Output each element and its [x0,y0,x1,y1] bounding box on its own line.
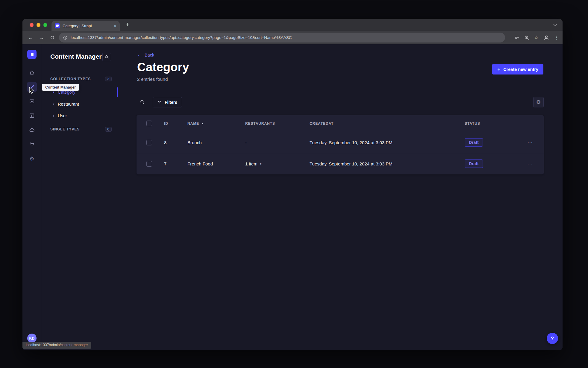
zoom-search-icon[interactable] [524,35,530,40]
tab-strip: Category | Strapi × + [22,19,563,31]
url-text: localhost:1337/admin/content-manager/col… [71,35,292,40]
status-badge: Draft [465,159,483,168]
browser-menu-kebab-icon[interactable]: ⋮ [554,35,559,40]
entries-count-text: 2 entries found [137,77,168,82]
sidebar-search-button[interactable] [102,53,111,61]
filter-funnel-icon [157,100,162,104]
status-badge: Draft [465,138,483,147]
view-settings-button[interactable]: ⚙ [533,97,544,107]
browser-toolbar: ← → localhost:1337/admin/content-manager… [22,31,563,44]
link-status-bubble: localhost:1337/admin/content-manager [22,342,91,349]
cell-id: 8 [164,140,187,145]
desktop-background: Category | Strapi × + ← → localhost:1337… [0,0,588,368]
header-name[interactable]: NAME ▲ [187,121,245,126]
tab-close-icon[interactable]: × [114,24,116,28]
active-item-indicator [117,87,118,97]
cell-id: 7 [164,161,187,166]
site-info-icon[interactable] [63,35,68,40]
entries-table: ID NAME ▲ RESTAURANTS CREATEDAT STATUS 8 [137,115,544,174]
reload-button[interactable] [48,31,57,44]
page-title: Category [137,60,189,74]
header-status[interactable]: STATUS [465,121,517,126]
header-createdat[interactable]: CREATEDAT [310,121,465,126]
single-types-section: SINGLE TYPES 0 [50,126,112,132]
select-all-checkbox[interactable] [146,121,152,126]
bookmark-star-icon[interactable]: ☆ [534,35,539,40]
plus-icon: + [497,67,500,72]
single-types-count-badge: 0 [105,127,112,132]
cell-restaurants[interactable]: 1 item ▾ [245,161,310,166]
address-bar[interactable]: localhost:1337/admin/content-manager/col… [59,33,505,42]
new-tab-button[interactable]: + [126,21,129,27]
cell-restaurants: - [245,140,310,145]
strapi-admin-app: ⚙ KD Content Manager COLLECTION TYPES 3 … [22,44,563,350]
cell-name: French Food [187,161,245,166]
strapi-favicon-icon [55,23,60,28]
header-restaurants[interactable]: RESTAURANTS [245,121,310,126]
profile-avatar-icon[interactable] [543,34,550,41]
rail-marketplace-cart-icon[interactable] [27,139,37,149]
bullet-icon [53,115,54,117]
header-id[interactable]: ID [164,121,187,126]
create-new-entry-button[interactable]: + Create new entry [492,64,543,74]
window-controls [30,23,47,27]
strapi-logo[interactable] [27,50,37,59]
sidebar-title: Content Manager [50,53,102,60]
restaurants-count-label: 1 item [245,161,257,166]
row-actions-menu-icon[interactable]: ⋯ [527,161,533,167]
table-row[interactable]: 7 French Food 1 item ▾ Tuesday, Septembe… [137,153,544,174]
browser-tab[interactable]: Category | Strapi × [51,21,120,31]
back-label: Back [145,53,154,57]
row-checkbox[interactable] [146,161,152,167]
sidebar-item-user[interactable]: User [44,110,115,122]
main-content: ← Back Category 2 entries found + Create… [118,44,563,350]
collection-types-label: COLLECTION TYPES [50,77,91,81]
back-link[interactable]: ← Back [137,53,154,57]
create-new-entry-label: Create new entry [503,67,538,72]
sort-ascending-icon: ▲ [201,122,204,125]
collection-types-count-badge: 3 [105,77,112,81]
table-search-button[interactable] [137,97,147,107]
rail-content-type-builder-icon[interactable] [27,111,37,121]
sidebar-item-restaurant[interactable]: Restaurant [44,98,115,110]
toolbar-actions: ☆ ⋮ [514,31,559,44]
browser-window: Category | Strapi × + ← → localhost:1337… [22,19,563,350]
close-window-button[interactable] [30,23,34,27]
rail-settings-gear-icon[interactable]: ⚙ [27,154,37,164]
password-key-icon[interactable] [514,35,520,40]
rail-media-library-icon[interactable] [27,96,37,106]
rail-home-icon[interactable] [27,68,37,77]
tab-search-chevron-icon[interactable] [552,22,558,28]
browser-forward-button[interactable]: → [37,31,46,44]
cell-name: Brunch [187,140,245,145]
arrow-left-icon: ← [137,53,142,57]
filters-button[interactable]: Filters [153,97,182,107]
bullet-icon [53,104,54,105]
collection-types-section: COLLECTION TYPES 3 [50,76,112,82]
table-row[interactable]: 8 Brunch - Tuesday, September 10, 2024 a… [137,132,544,153]
row-checkbox[interactable] [146,140,152,145]
cell-createdat: Tuesday, September 10, 2024 at 3:03 PM [310,140,465,145]
row-actions-menu-icon[interactable]: ⋯ [527,140,533,145]
cell-createdat: Tuesday, September 10, 2024 at 3:03 PM [310,161,465,166]
table-header-row: ID NAME ▲ RESTAURANTS CREATEDAT STATUS [137,115,544,132]
zoom-window-button[interactable] [43,23,47,27]
sidebar-item-label: Restaurant [58,102,79,107]
filters-label: Filters [165,100,177,105]
minimize-window-button[interactable] [37,23,40,27]
help-button[interactable]: ? [547,333,558,344]
single-types-label: SINGLE TYPES [50,127,80,131]
bullet-icon [53,92,54,93]
tab-title: Category | Strapi [63,24,111,28]
header-name-label: NAME [187,121,199,126]
content-manager-tooltip: Content Manager [42,84,79,91]
rail-deploy-cloud-icon[interactable] [27,125,37,135]
sidebar-item-label: User [58,113,67,118]
sidebar-divider [50,70,57,70]
browser-back-button[interactable]: ← [26,31,35,44]
mouse-cursor [28,87,35,94]
chevron-down-icon: ▾ [260,162,262,165]
